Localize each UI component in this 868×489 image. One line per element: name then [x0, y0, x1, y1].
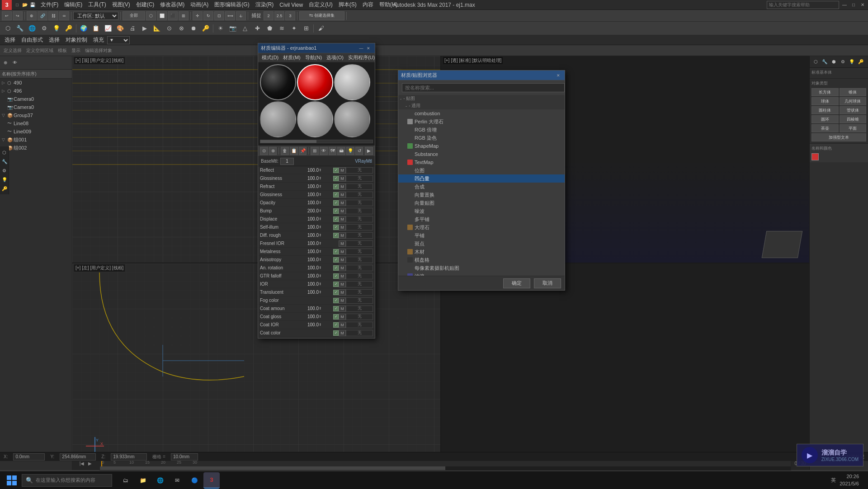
- menu-edit[interactable]: 编辑(E): [61, 0, 85, 9]
- prop-check-0[interactable]: ✓: [333, 168, 339, 173]
- mat-sphere-gray3[interactable]: [297, 101, 333, 137]
- prop-map-14[interactable]: M: [339, 281, 346, 287]
- prop-map-16[interactable]: M: [339, 297, 346, 304]
- viewport-icon[interactable]: 📐: [151, 23, 163, 34]
- mat-menu-mat[interactable]: 材质(M): [281, 54, 302, 61]
- prop-spin-9[interactable]: ⬆: [319, 241, 323, 245]
- tree-item-19[interactable]: 木材: [398, 248, 565, 256]
- teapot-btn[interactable]: 茶壶: [811, 124, 839, 132]
- mat-browser-cancel[interactable]: 取消: [534, 278, 561, 288]
- space-warp-icon[interactable]: ≋: [276, 23, 288, 34]
- mat-backlight[interactable]: 💡: [346, 147, 354, 155]
- mat-show[interactable]: 👁: [320, 147, 328, 155]
- prop-map-19[interactable]: M: [339, 322, 346, 328]
- sphere-scrollbar-track[interactable]: [260, 140, 373, 143]
- mat-editor-minimize[interactable]: —: [358, 45, 365, 52]
- menu-script[interactable]: 脚本(S): [336, 0, 359, 9]
- prop-spin-3[interactable]: ⬆: [319, 193, 323, 197]
- prop-map-9[interactable]: M: [339, 240, 346, 247]
- menu-tools[interactable]: 工具(T): [85, 0, 108, 9]
- select-filter[interactable]: 全部: [123, 11, 145, 20]
- item-camera0-1[interactable]: 📷 Camera0: [0, 95, 72, 103]
- prop-spin-12[interactable]: ⬆: [319, 266, 323, 270]
- coord-z-input[interactable]: [111, 453, 147, 461]
- scale-btn[interactable]: ⊡: [214, 11, 224, 20]
- prop-map-17[interactable]: M: [339, 306, 346, 312]
- prop-none-13[interactable]: 无: [346, 273, 373, 279]
- prop-map-1[interactable]: M: [339, 175, 346, 182]
- rp-icon-2[interactable]: 🔧: [821, 58, 829, 66]
- move-btn[interactable]: ✛: [193, 11, 203, 20]
- prop-spin-11[interactable]: ⬆: [319, 258, 323, 262]
- tree-item-6[interactable]: ShapeMap: [398, 142, 565, 150]
- coord-y-input[interactable]: [60, 453, 96, 461]
- prop-map-15[interactable]: M: [339, 289, 346, 296]
- mat-browser-close[interactable]: ✕: [555, 72, 562, 79]
- explorer-display-btn[interactable]: 👁: [10, 58, 19, 67]
- mat-sphere-gray2[interactable]: [260, 101, 296, 137]
- mat-show-map[interactable]: 🗺: [329, 147, 337, 155]
- prop-none-11[interactable]: 无: [346, 257, 373, 263]
- tree-item-16[interactable]: 大理石: [398, 223, 565, 231]
- bind-btn[interactable]: ∞: [59, 11, 69, 20]
- prop-map-3[interactable]: M: [339, 192, 346, 198]
- sphere-scrollbar-thumb[interactable]: [260, 140, 316, 143]
- particle-icon[interactable]: ✦: [288, 23, 300, 34]
- timeline-scrollbar[interactable]: [100, 466, 791, 470]
- tree-item-7[interactable]: Substance: [398, 150, 565, 158]
- maximize-btn[interactable]: □: [850, 1, 857, 9]
- redo-btn[interactable]: ↪: [13, 11, 23, 20]
- prop-none-12[interactable]: 无: [346, 265, 373, 271]
- prop-check-11[interactable]: ✓: [333, 257, 339, 263]
- mat-sphere-black[interactable]: [260, 64, 296, 100]
- prop-check-16[interactable]: ✓: [333, 298, 339, 303]
- item-camera0-2[interactable]: 📷 Camera0: [0, 103, 72, 111]
- enhanced-text-btn[interactable]: 加强型文本: [811, 133, 866, 141]
- rp-icon-5[interactable]: 💡: [848, 58, 856, 66]
- prop-spin-4[interactable]: ⬆: [319, 201, 323, 205]
- fill-select[interactable]: ▼: [107, 36, 130, 44]
- plane-btn[interactable]: 平面: [840, 124, 867, 132]
- menu-graph-editor[interactable]: 图形编辑器(G): [212, 0, 252, 9]
- prop-check-6[interactable]: ✓: [333, 216, 339, 222]
- prop-check-4[interactable]: ✓: [333, 200, 339, 206]
- tree-item-4[interactable]: RGB 倍增: [398, 126, 565, 134]
- sidebar-icon-2[interactable]: 🔧: [0, 157, 9, 165]
- prop-check-19[interactable]: ✓: [333, 322, 339, 328]
- tree-item-21[interactable]: 每像素素摄影机贴图: [398, 264, 565, 272]
- mat-delete[interactable]: 🗑: [281, 147, 289, 155]
- close-btn[interactable]: ✕: [859, 1, 866, 9]
- mat-menu-nav[interactable]: 导航(N): [303, 54, 324, 61]
- torus-btn[interactable]: 圆环: [811, 115, 839, 123]
- snap-3d[interactable]: 3: [285, 11, 295, 20]
- mat-menu-util[interactable]: 实用程序(U): [346, 54, 377, 61]
- layer-icon[interactable]: 📋: [90, 23, 102, 34]
- align-btn[interactable]: ⫝: [236, 11, 246, 20]
- link-btn[interactable]: 🔗: [38, 11, 47, 20]
- timeline-thumb[interactable]: [100, 466, 445, 470]
- prop-check-12[interactable]: ✓: [333, 265, 339, 271]
- track-view-icon[interactable]: 📈: [102, 23, 114, 34]
- explorer-select-btn[interactable]: ⊕: [1, 58, 10, 67]
- taskbar-app-5[interactable]: 🔵: [186, 472, 203, 489]
- tree-item-15[interactable]: 多平铺: [398, 215, 565, 223]
- tree-item-11[interactable]: 合成: [398, 183, 565, 191]
- tube-btn[interactable]: 管状体: [840, 106, 867, 114]
- prop-spin-8[interactable]: ⬆: [319, 233, 323, 237]
- render-icon[interactable]: ▶: [139, 23, 151, 34]
- tree-item-9[interactable]: 位图: [398, 166, 565, 174]
- item-490[interactable]: ▷ ⬡ 490: [0, 79, 72, 87]
- taskbar-3dsmax[interactable]: 3: [203, 472, 220, 489]
- render-setup-icon[interactable]: 🖨: [127, 23, 138, 34]
- mat-sphere-red[interactable]: [297, 64, 333, 100]
- prop-map-7[interactable]: M: [339, 224, 346, 230]
- menu-animate[interactable]: 动画(A): [188, 0, 211, 9]
- taskbar-app-4[interactable]: ✉: [169, 472, 185, 489]
- tree-item-17[interactable]: 平铺: [398, 231, 565, 240]
- prop-check-18[interactable]: ✓: [333, 314, 339, 320]
- label-object-ctrl[interactable]: 对象控制: [63, 35, 90, 45]
- prop-none-14[interactable]: 无: [346, 281, 373, 287]
- prop-map-13[interactable]: M: [339, 273, 346, 279]
- prop-none-18[interactable]: 无: [346, 314, 373, 320]
- prop-none-0[interactable]: 无: [346, 167, 373, 174]
